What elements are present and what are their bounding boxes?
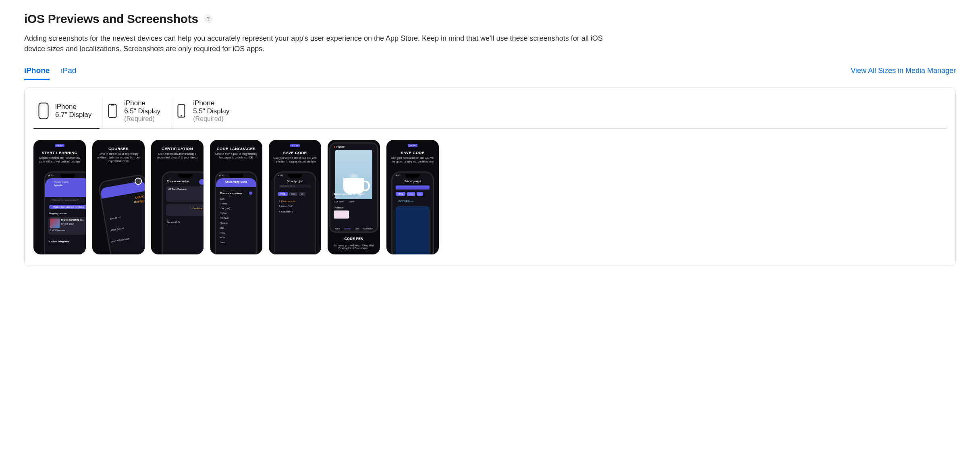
thumb-title: CERTIFICATION [151,146,203,151]
thumb-title: START LEARNING [33,150,86,155]
avatar-icon [199,179,203,185]
status-time: 4:20 [278,174,283,177]
svg-rect-1 [109,104,116,118]
reviews-label: Reviews(0.0) [167,221,180,223]
chip-html: HTML [396,192,405,196]
size-tab-6-7[interactable]: iPhone 6.7" Display [33,97,102,128]
course-author: Umar Farouk [61,223,74,225]
welcome-name: Akinola. [54,184,62,186]
status-time: 4:20 [219,174,224,177]
language-item: Python [220,202,252,205]
thumb-subtitle: Immerse yourself in our Integrated Devel… [332,244,376,250]
thumb-subtitle: Get certifications after finishing a cou… [155,152,199,160]
tab-ipad[interactable]: iPad [61,66,76,80]
view-all-sizes-link[interactable]: View All Sizes in Media Manager [851,67,956,75]
thumb-subtitle: Acquire technical and non-technical skil… [37,156,82,164]
screenshot-thumb[interactable]: NEW SAVE CODE Give your code a title on … [386,140,439,254]
language-item: php [220,227,252,229]
size-tab-underline [33,128,947,129]
language-item: C (N/A) [220,212,252,215]
nav-item: Community [363,228,373,230]
thumb-title: CODE LANGUAGES [210,146,262,151]
thumb-subtitle: Give your code a title on our IDE with t… [390,156,435,164]
header-label: School project [275,180,315,183]
toolbar [396,185,430,190]
screenshots-panel: iPhone 6.7" Display iPhone 6.5" Display … [24,88,956,266]
code-line: 1. Package main [279,200,311,202]
meta-share: Share [349,201,354,203]
size-tab-label: iPhone [193,99,229,107]
language-item: Ruby [220,231,252,234]
phone-rounded-icon [37,102,50,119]
svg-rect-0 [39,103,48,119]
screenshot-thumbnails: NEW START LEARNING Acquire technical and… [33,140,947,254]
thumb-title: COURSES [92,146,145,151]
footer-label: Explore categories [49,240,69,243]
page-title: iOS Previews and Screenshots [24,12,198,26]
screenshot-thumb[interactable]: ◆ Popular Steaming tea cup with vapor An… [328,140,380,254]
size-tab-display: 6.5" Display [124,107,160,115]
size-tab-label: iPhone [124,99,160,107]
thumb-title: SAVE CODE [386,150,439,155]
help-icon[interactable]: ? [204,15,213,23]
language-item: Node.js [220,222,252,224]
thumb-title: CODE PEN [328,237,380,241]
screenshot-thumb[interactable]: COURSES Enroll in our school of engineer… [92,140,145,254]
screenshot-thumb[interactable]: NEW SAVE CODE Give your code a title on … [269,140,321,254]
svg-point-4 [181,115,182,117]
chip-css: CSS [407,192,415,196]
section-label: Ongoing courses [49,212,67,215]
promo-pill: Product management certificate [49,205,86,209]
new-badge: NEW [55,144,64,147]
certificate-label: Certificate [192,207,202,210]
meta-author: AnnaxxI [334,197,340,199]
size-tab-display: 5.5" Display [193,107,229,115]
tab-iphone[interactable]: iPhone [24,66,50,80]
screenshot-thumb[interactable]: NEW START LEARNING Acquire technical and… [33,140,86,254]
chip-css: CSS [289,192,297,196]
thumb-subtitle: Enroll in our school of engineering and … [96,152,141,163]
platform-tabs: iPhone iPad [24,66,76,80]
code-line: 4. func main () { [279,210,311,213]
image-caption: Steaming tea cup with vapor [334,193,364,195]
new-badge: NEW [290,144,300,147]
angle-text: What will you learn [111,237,130,243]
recent-label: ♡ Recent [334,206,343,209]
size-tab-6-5[interactable]: iPhone 6.5" Display (Required) [102,97,171,128]
course-thumb-icon [50,219,60,228]
language-item: Java [220,241,252,244]
size-tab-5-5[interactable]: iPhone 5.5" Display (Required) [171,97,240,128]
language-item: Web [220,198,252,200]
thumb-title: SAVE CODE [269,150,321,155]
screenshot-thumb[interactable]: CERTIFICATION Get certifications after f… [151,140,203,254]
code-editor-area [396,206,430,254]
phone-notch-icon [106,104,118,118]
header-label: Code Playground [216,180,256,183]
popular-label: ◆ Popular [334,145,345,148]
status-time: 4:20 [48,174,53,177]
chip-html: HTML [278,192,288,196]
thumb-subtitle: Choose from a pool of programming langua… [214,152,258,160]
size-tab-label: iPhone [55,103,91,111]
chip-js: JS [299,192,305,196]
angle-text: Course info [110,216,122,220]
status-time: 4:20 [396,174,401,177]
selected-dot-icon [249,192,252,195]
code-line: 3. import "fmt" [279,205,311,207]
page-description: Adding screenshots for the newest device… [24,33,621,54]
size-tab-required: (Required) [193,115,229,123]
welcome-label: Welcome back, [54,181,69,183]
language-item: C# (N/A) [220,217,252,219]
thumb-subtitle: Give your code a title on our IDE with t… [273,156,317,164]
phone-home-icon [175,104,187,118]
language-item: Thxx [220,236,252,239]
block-label: All Task Ongoing [168,188,187,190]
angle-text: About Course [110,227,124,232]
course-title: Digital marketing 101 [61,219,83,221]
search-placeholder: Search by name [280,185,295,187]
chip-js: JS [417,192,423,196]
screenshot-thumb[interactable]: CODE LANGUAGES Choose from a pool of pro… [210,140,262,254]
section-label: Choose a language [220,192,242,194]
size-tab-display: 6.7" Display [55,111,91,119]
size-tabs: iPhone 6.7" Display iPhone 6.5" Display … [33,97,947,128]
